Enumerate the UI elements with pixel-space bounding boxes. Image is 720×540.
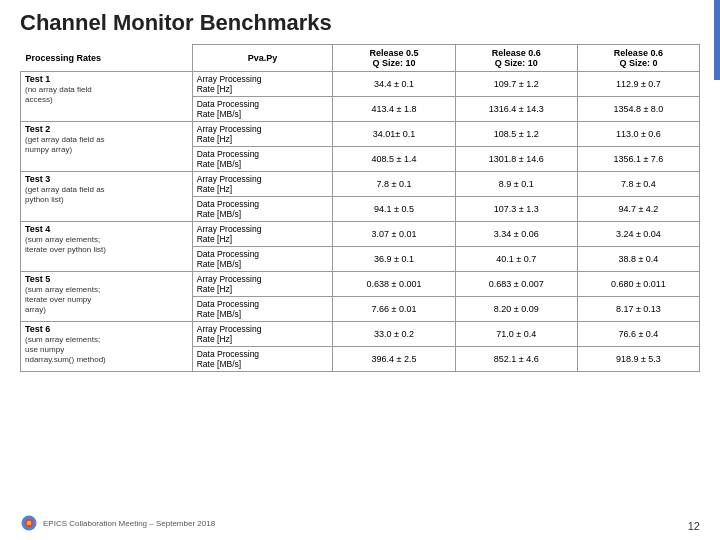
rate2-type-cell: Data ProcessingRate [MB/s]	[192, 147, 333, 172]
value-cell: 3.07 ± 0.01	[333, 222, 455, 247]
value-cell: 8.9 ± 0.1	[455, 172, 577, 197]
value-cell: 7.66 ± 0.01	[333, 297, 455, 322]
table-row: Test 4(sum array elements;iterate over p…	[21, 222, 700, 247]
page: Channel Monitor Benchmarks Processing Ra…	[0, 0, 720, 540]
value-cell: 0.683 ± 0.007	[455, 272, 577, 297]
rate1-type-cell: Array ProcessingRate [Hz]	[192, 72, 333, 97]
rate1-type-cell: Array ProcessingRate [Hz]	[192, 272, 333, 297]
blue-bar-accent	[714, 0, 720, 80]
value-cell: 38.8 ± 0.4	[577, 247, 699, 272]
value-cell: 0.638 ± 0.001	[333, 272, 455, 297]
th-rel06-10: Release 0.6 Q Size: 10	[455, 45, 577, 72]
value-cell: 413.4 ± 1.8	[333, 97, 455, 122]
value-cell: 8.20 ± 0.09	[455, 297, 577, 322]
th-pvaPy-label: Pva.Py	[192, 45, 333, 72]
footer: EPICS Collaboration Meeting – September …	[20, 514, 215, 532]
value-cell: 34.01± 0.1	[333, 122, 455, 147]
value-cell: 94.1 ± 0.5	[333, 197, 455, 222]
footer-text: EPICS Collaboration Meeting – September …	[43, 519, 215, 528]
value-cell: 0.680 ± 0.011	[577, 272, 699, 297]
page-title: Channel Monitor Benchmarks	[20, 10, 700, 36]
value-cell: 33.0 ± 0.2	[333, 322, 455, 347]
svg-point-2	[27, 521, 32, 526]
value-cell: 40.1 ± 0.7	[455, 247, 577, 272]
page-number: 12	[688, 520, 700, 532]
epics-logo-icon	[20, 514, 38, 532]
value-cell: 108.5 ± 1.2	[455, 122, 577, 147]
test-cell: Test 5(sum array elements;iterate over n…	[21, 272, 193, 322]
value-cell: 71.0 ± 0.4	[455, 322, 577, 347]
test-cell: Test 2(get array data field asnumpy arra…	[21, 122, 193, 172]
value-cell: 852.1 ± 4.6	[455, 347, 577, 372]
value-cell: 94.7 ± 4.2	[577, 197, 699, 222]
rate1-type-cell: Array ProcessingRate [Hz]	[192, 222, 333, 247]
rate2-type-cell: Data ProcessingRate [MB/s]	[192, 247, 333, 272]
rate2-type-cell: Data ProcessingRate [MB/s]	[192, 197, 333, 222]
benchmark-table: Processing Rates Pva.Py Release 0.5 Q Si…	[20, 44, 700, 372]
table-row: Test 6(sum array elements;use numpyndarr…	[21, 322, 700, 347]
value-cell: 3.24 ± 0.04	[577, 222, 699, 247]
test-cell: Test 4(sum array elements;iterate over p…	[21, 222, 193, 272]
value-cell: 107.3 ± 1.3	[455, 197, 577, 222]
rate2-type-cell: Data ProcessingRate [MB/s]	[192, 297, 333, 322]
th-processing-rates-label: Processing Rates	[21, 45, 193, 72]
rate1-type-cell: Array ProcessingRate [Hz]	[192, 122, 333, 147]
value-cell: 1316.4 ± 14.3	[455, 97, 577, 122]
value-cell: 36.9 ± 0.1	[333, 247, 455, 272]
value-cell: 7.8 ± 0.4	[577, 172, 699, 197]
th-rel06-0: Release 0.6 Q Size: 0	[577, 45, 699, 72]
value-cell: 396.4 ± 2.5	[333, 347, 455, 372]
table-row: Test 2(get array data field asnumpy arra…	[21, 122, 700, 147]
test-cell: Test 3(get array data field aspython lis…	[21, 172, 193, 222]
rate1-type-cell: Array ProcessingRate [Hz]	[192, 322, 333, 347]
value-cell: 1356.1 ± 7.6	[577, 147, 699, 172]
value-cell: 1354.8 ± 8.0	[577, 97, 699, 122]
table-row: Test 3(get array data field aspython lis…	[21, 172, 700, 197]
table-row: Test 1(no array data fieldaccess)Array P…	[21, 72, 700, 97]
value-cell: 113.0 ± 0.6	[577, 122, 699, 147]
value-cell: 3.34 ± 0.06	[455, 222, 577, 247]
value-cell: 7.8 ± 0.1	[333, 172, 455, 197]
value-cell: 112.9 ± 0.7	[577, 72, 699, 97]
value-cell: 918.9 ± 5.3	[577, 347, 699, 372]
benchmark-table-wrap: Processing Rates Pva.Py Release 0.5 Q Si…	[20, 44, 700, 372]
th-rel05: Release 0.5 Q Size: 10	[333, 45, 455, 72]
table-row: Test 5(sum array elements;iterate over n…	[21, 272, 700, 297]
test-cell: Test 6(sum array elements;use numpyndarr…	[21, 322, 193, 372]
rate2-type-cell: Data ProcessingRate [MB/s]	[192, 347, 333, 372]
value-cell: 8.17 ± 0.13	[577, 297, 699, 322]
rate1-type-cell: Array ProcessingRate [Hz]	[192, 172, 333, 197]
value-cell: 1301.8 ± 14.6	[455, 147, 577, 172]
value-cell: 76.6 ± 0.4	[577, 322, 699, 347]
value-cell: 109.7 ± 1.2	[455, 72, 577, 97]
value-cell: 408.5 ± 1.4	[333, 147, 455, 172]
test-cell: Test 1(no array data fieldaccess)	[21, 72, 193, 122]
rate2-type-cell: Data ProcessingRate [MB/s]	[192, 97, 333, 122]
value-cell: 34.4 ± 0.1	[333, 72, 455, 97]
